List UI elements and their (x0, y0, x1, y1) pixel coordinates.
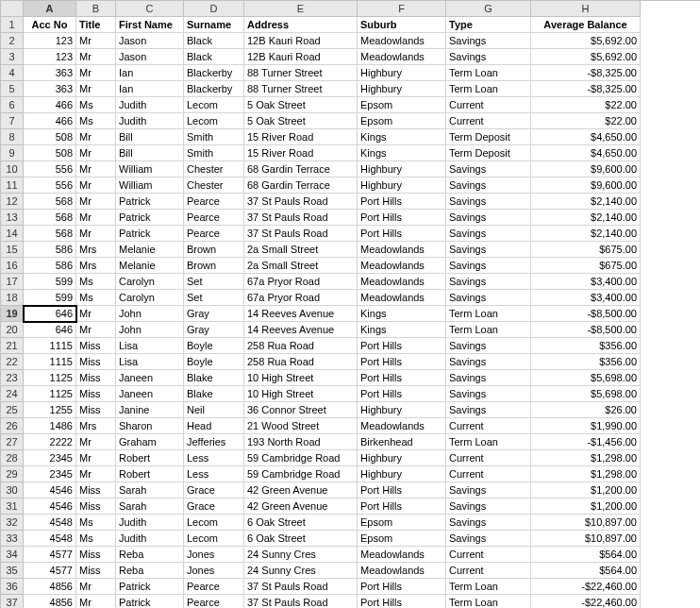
cell-F8[interactable]: Kings (358, 129, 446, 145)
cell-C9[interactable]: Bill (116, 145, 184, 161)
row-header-35[interactable]: 35 (1, 563, 24, 579)
cell-B14[interactable]: Mr (76, 226, 116, 242)
cell-H37[interactable]: -$22,460.00 (531, 595, 641, 608)
column-header-G[interactable]: G (446, 1, 531, 17)
cell-G19[interactable]: Term Loan (446, 306, 531, 322)
cell-A33[interactable]: 4548 (24, 531, 76, 547)
cell-F6[interactable]: Epsom (358, 97, 446, 113)
cell-A36[interactable]: 4856 (24, 579, 76, 595)
cell-C19[interactable]: John (116, 306, 184, 322)
cell-G25[interactable]: Savings (446, 402, 531, 418)
cell-A8[interactable]: 508 (24, 129, 76, 145)
cell-C20[interactable]: John (116, 322, 184, 338)
cell-A25[interactable]: 1255 (24, 402, 76, 418)
cell-C17[interactable]: Carolyn (116, 274, 184, 290)
cell-D11[interactable]: Chester (184, 177, 244, 194)
row-header-33[interactable]: 33 (1, 531, 24, 547)
row-header-31[interactable]: 31 (1, 498, 24, 515)
cell-D21[interactable]: Boyle (184, 338, 244, 354)
cell-F37[interactable]: Port Hills (358, 595, 446, 608)
cell-H22[interactable]: $356.00 (531, 354, 641, 370)
cell-H7[interactable]: $22.00 (531, 113, 641, 129)
cell-A26[interactable]: 1486 (24, 418, 76, 434)
cell-B24[interactable]: Miss (76, 386, 116, 402)
cell-B29[interactable]: Mr (76, 466, 116, 482)
cell-F34[interactable]: Meadowlands (358, 547, 446, 563)
cell-D35[interactable]: Jones (184, 563, 244, 579)
cell-E16[interactable]: 2a Small Street (244, 258, 358, 274)
header-cell-G[interactable]: Type (446, 17, 531, 33)
cell-G5[interactable]: Term Loan (446, 81, 531, 97)
cell-H36[interactable]: -$22,460.00 (531, 579, 641, 595)
cell-G34[interactable]: Current (446, 547, 531, 563)
cell-B26[interactable]: Mrs (76, 418, 116, 434)
cell-D3[interactable]: Black (184, 49, 244, 65)
cell-G18[interactable]: Savings (446, 290, 531, 306)
cell-C16[interactable]: Melanie (116, 258, 184, 274)
cell-C3[interactable]: Jason (116, 49, 184, 65)
cell-C10[interactable]: William (116, 161, 184, 177)
cell-C33[interactable]: Judith (116, 531, 184, 547)
cell-B8[interactable]: Mr (76, 129, 116, 145)
cell-F27[interactable]: Birkenhead (358, 434, 446, 450)
row-header-37[interactable]: 37 (1, 595, 24, 608)
cell-G2[interactable]: Savings (446, 33, 531, 49)
cell-H5[interactable]: -$8,325.00 (531, 81, 641, 97)
cell-C18[interactable]: Carolyn (116, 290, 184, 306)
cell-D18[interactable]: Set (184, 290, 244, 306)
cell-F35[interactable]: Meadowlands (358, 563, 446, 579)
row-header-19[interactable]: 19 (1, 306, 24, 322)
cell-B30[interactable]: Miss (76, 482, 116, 498)
cell-E14[interactable]: 37 St Pauls Road (244, 226, 358, 242)
cell-D16[interactable]: Brown (184, 258, 244, 274)
cell-G23[interactable]: Savings (446, 370, 531, 386)
cell-A21[interactable]: 1115 (24, 338, 76, 354)
cell-E27[interactable]: 193 North Road (244, 434, 358, 450)
cell-H12[interactable]: $2,140.00 (531, 194, 641, 210)
row-header-10[interactable]: 10 (1, 161, 24, 177)
cell-E26[interactable]: 21 Wood Street (244, 418, 358, 434)
cell-C23[interactable]: Janeen (116, 370, 184, 386)
cell-F7[interactable]: Epsom (358, 113, 446, 129)
cell-G32[interactable]: Savings (446, 515, 531, 531)
cell-D4[interactable]: Blackerby (184, 65, 244, 81)
cell-B6[interactable]: Ms (76, 97, 116, 113)
cell-B33[interactable]: Ms (76, 531, 116, 547)
cell-D12[interactable]: Pearce (184, 194, 244, 210)
cell-A31[interactable]: 4546 (24, 498, 76, 515)
cell-G28[interactable]: Current (446, 450, 531, 466)
cell-A11[interactable]: 556 (24, 177, 76, 194)
cell-F30[interactable]: Port Hills (358, 482, 446, 498)
cell-E24[interactable]: 10 High Street (244, 386, 358, 402)
cell-A34[interactable]: 4577 (24, 547, 76, 563)
cell-C14[interactable]: Patrick (116, 226, 184, 242)
cell-H28[interactable]: $1,298.00 (531, 450, 641, 466)
cell-C21[interactable]: Lisa (116, 338, 184, 354)
cell-B15[interactable]: Mrs (76, 242, 116, 258)
cell-F5[interactable]: Highbury (358, 81, 446, 97)
cell-G4[interactable]: Term Loan (446, 65, 531, 81)
cell-A6[interactable]: 466 (24, 97, 76, 113)
cell-C26[interactable]: Sharon (116, 418, 184, 434)
cell-E3[interactable]: 12B Kauri Road (244, 49, 358, 65)
cell-A24[interactable]: 1125 (24, 386, 76, 402)
header-cell-E[interactable]: Address (244, 17, 358, 33)
cell-A4[interactable]: 363 (24, 65, 76, 81)
cell-H23[interactable]: $5,698.00 (531, 370, 641, 386)
cell-A7[interactable]: 466 (24, 113, 76, 129)
cell-G13[interactable]: Savings (446, 210, 531, 226)
cell-C2[interactable]: Jason (116, 33, 184, 49)
cell-E18[interactable]: 67a Pryor Road (244, 290, 358, 306)
cell-F14[interactable]: Port Hills (358, 226, 446, 242)
cell-E12[interactable]: 37 St Pauls Road (244, 194, 358, 210)
cell-A17[interactable]: 599 (24, 274, 76, 290)
cell-C7[interactable]: Judith (116, 113, 184, 129)
cell-H19[interactable]: -$8,500.00 (531, 306, 641, 322)
cell-E23[interactable]: 10 High Street (244, 370, 358, 386)
row-header-30[interactable]: 30 (1, 482, 24, 498)
cell-E5[interactable]: 88 Turner Street (244, 81, 358, 97)
cell-G20[interactable]: Term Loan (446, 322, 531, 338)
cell-F25[interactable]: Highbury (358, 402, 446, 418)
cell-B16[interactable]: Mrs (76, 258, 116, 274)
cell-C34[interactable]: Reba (116, 547, 184, 563)
